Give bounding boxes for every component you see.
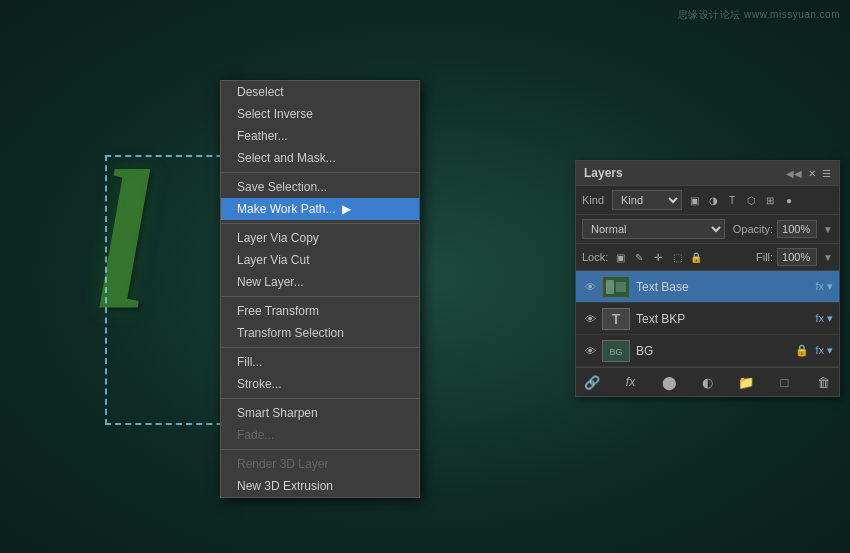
layer-lock-bg: 🔒 <box>795 344 809 357</box>
kind-extra-icon[interactable]: ● <box>781 192 797 208</box>
kind-smart-icon[interactable]: ⊞ <box>762 192 778 208</box>
fill-label: Fill: <box>756 251 773 263</box>
layers-bottom-toolbar: 🔗 fx ⬤ ◐ 📁 □ 🗑 <box>576 367 839 396</box>
menu-item-stroke[interactable]: Stroke... <box>221 373 419 395</box>
menu-item-select-inverse[interactable]: Select Inverse <box>221 103 419 125</box>
layer-name-bg: BG <box>636 344 795 358</box>
blend-mode-dropdown[interactable]: Normal <box>582 219 725 239</box>
kind-icons: ▣ ◑ T ⬡ ⊞ ● <box>686 192 797 208</box>
layers-panel-icons: ◀◀ ✕ ☰ <box>786 168 831 179</box>
delete-icon[interactable]: 🗑 <box>813 372 833 392</box>
canvas-letter-l: l <box>95 140 151 340</box>
fx-icon[interactable]: fx <box>621 372 641 392</box>
lock-label: Lock: <box>582 251 608 263</box>
opacity-input[interactable] <box>777 220 817 238</box>
svg-text:BG: BG <box>609 347 622 357</box>
kind-text-icon[interactable]: T <box>724 192 740 208</box>
layer-row-bg[interactable]: 👁 BG BG 🔒 fx ▾ <box>576 335 839 367</box>
fill-arrow[interactable]: ▼ <box>823 252 833 263</box>
layers-panel: Layers ◀◀ ✕ ☰ Kind Kind ▣ ◑ T ⬡ ⊞ ● Norm… <box>575 160 840 397</box>
kind-shape-icon[interactable]: ⬡ <box>743 192 759 208</box>
menu-item-transform-selection[interactable]: Transform Selection <box>221 322 419 344</box>
new-layer-icon[interactable]: □ <box>775 372 795 392</box>
lock-artboard-icon[interactable]: ⬚ <box>669 249 685 265</box>
folder-icon[interactable]: 📁 <box>736 372 756 392</box>
lock-transparent-icon[interactable]: ▣ <box>612 249 628 265</box>
menu-icon[interactable]: ☰ <box>822 168 831 179</box>
layer-row-text-base[interactable]: 👁 Text Base fx ▾ <box>576 271 839 303</box>
separator-4 <box>221 347 419 348</box>
adjustment-icon[interactable]: ⬤ <box>659 372 679 392</box>
kind-adjust-icon[interactable]: ◑ <box>705 192 721 208</box>
menu-item-deselect[interactable]: Deselect <box>221 81 419 103</box>
kind-row: Kind Kind ▣ ◑ T ⬡ ⊞ ● <box>576 186 839 215</box>
layers-panel-title: Layers <box>584 166 623 180</box>
separator-5 <box>221 398 419 399</box>
layer-fx-text-bkp: fx ▾ <box>815 312 833 325</box>
lock-move-icon[interactable]: ✛ <box>650 249 666 265</box>
menu-item-new-3d-extrusion[interactable]: New 3D Extrusion <box>221 475 419 497</box>
svg-rect-2 <box>616 282 626 292</box>
layer-fx-bg: fx ▾ <box>815 344 833 357</box>
layer-fx-text-base: fx ▾ <box>815 280 833 293</box>
menu-item-fade: Fade... <box>221 424 419 446</box>
menu-item-free-transform[interactable]: Free Transform <box>221 300 419 322</box>
menu-item-fill[interactable]: Fill... <box>221 351 419 373</box>
close-icon[interactable]: ✕ <box>808 168 816 179</box>
menu-item-layer-via-copy[interactable]: Layer Via Copy <box>221 227 419 249</box>
fill-input[interactable] <box>777 248 817 266</box>
layer-row-text-bkp[interactable]: 👁 T Text BKP fx ▾ <box>576 303 839 335</box>
opacity-label: Opacity: <box>733 223 773 235</box>
link-icon[interactable]: 🔗 <box>582 372 602 392</box>
kind-label: Kind <box>582 194 604 206</box>
kind-pixel-icon[interactable]: ▣ <box>686 192 702 208</box>
layer-thumb-text-bkp: T <box>602 308 630 330</box>
layer-thumb-text-base <box>602 276 630 298</box>
menu-item-select-and-mask[interactable]: Select and Mask... <box>221 147 419 169</box>
svg-rect-1 <box>606 280 614 294</box>
menu-item-layer-via-cut[interactable]: Layer Via Cut <box>221 249 419 271</box>
layer-name-text-base: Text Base <box>636 280 811 294</box>
mask-icon[interactable]: ◐ <box>698 372 718 392</box>
layer-name-text-bkp: Text BKP <box>636 312 811 326</box>
menu-item-save-selection[interactable]: Save Selection... <box>221 176 419 198</box>
separator-1 <box>221 172 419 173</box>
blend-row: Normal Opacity: ▼ <box>576 215 839 244</box>
menu-item-new-layer[interactable]: New Layer... <box>221 271 419 293</box>
menu-item-feather[interactable]: Feather... <box>221 125 419 147</box>
opacity-arrow[interactable]: ▼ <box>823 224 833 235</box>
context-menu: Deselect Select Inverse Feather... Selec… <box>220 80 420 498</box>
layer-thumb-bg: BG <box>602 340 630 362</box>
separator-3 <box>221 296 419 297</box>
watermark: 思缘设计论坛 www.missyuan.com <box>678 8 840 22</box>
lock-icons: ▣ ✎ ✛ ⬚ 🔒 <box>612 249 704 265</box>
menu-item-smart-sharpen[interactable]: Smart Sharpen <box>221 402 419 424</box>
separator-2 <box>221 223 419 224</box>
lock-all-icon[interactable]: 🔒 <box>688 249 704 265</box>
menu-item-render-3d-layer: Render 3D Layer <box>221 453 419 475</box>
layers-panel-header: Layers ◀◀ ✕ ☰ <box>576 161 839 186</box>
collapse-icon[interactable]: ◀◀ <box>786 168 802 179</box>
layer-eye-text-bkp[interactable]: 👁 <box>582 311 598 327</box>
layer-eye-bg[interactable]: 👁 <box>582 343 598 359</box>
lock-paint-icon[interactable]: ✎ <box>631 249 647 265</box>
lock-row: Lock: ▣ ✎ ✛ ⬚ 🔒 Fill: ▼ <box>576 244 839 271</box>
kind-dropdown[interactable]: Kind <box>612 190 682 210</box>
menu-item-make-work-path[interactable]: Make Work Path... ▶ <box>221 198 419 220</box>
separator-6 <box>221 449 419 450</box>
layer-eye-text-base[interactable]: 👁 <box>582 279 598 295</box>
